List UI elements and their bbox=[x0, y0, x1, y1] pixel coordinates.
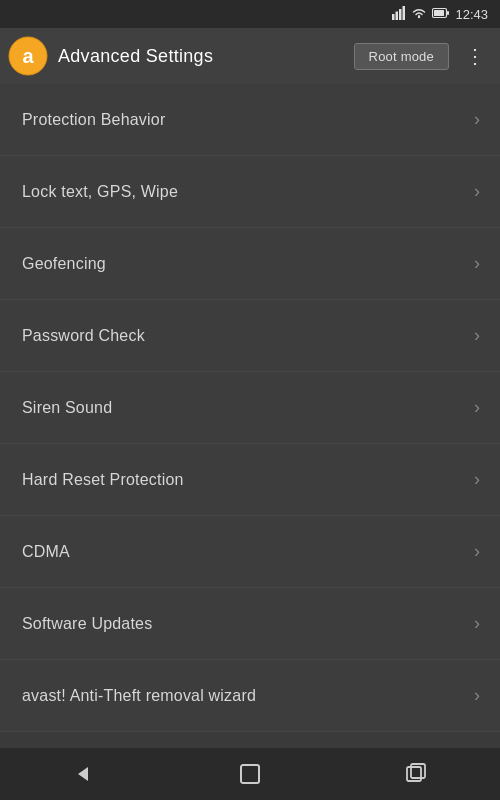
chevron-right-icon: › bbox=[474, 541, 480, 562]
menu-item[interactable]: avast! Anti-Theft removal wizard › bbox=[0, 660, 500, 732]
svg-rect-7 bbox=[447, 11, 449, 15]
svg-rect-11 bbox=[241, 765, 259, 783]
app-bar: a Advanced Settings Root mode ⋮ bbox=[0, 28, 500, 84]
status-time: 12:43 bbox=[455, 7, 488, 22]
battery-icon bbox=[432, 7, 450, 22]
menu-item-label: Geofencing bbox=[22, 255, 106, 273]
chevron-right-icon: › bbox=[474, 613, 480, 634]
menu-item[interactable]: Hard Reset Protection › bbox=[0, 444, 500, 516]
nav-recents-button[interactable] bbox=[382, 755, 452, 793]
wifi-icon bbox=[411, 7, 427, 22]
chevron-right-icon: › bbox=[474, 469, 480, 490]
svg-rect-3 bbox=[403, 6, 406, 20]
app-title: Advanced Settings bbox=[58, 46, 344, 67]
chevron-right-icon: › bbox=[474, 109, 480, 130]
chevron-right-icon: › bbox=[474, 325, 480, 346]
menu-item-label: Software Updates bbox=[22, 615, 152, 633]
menu-item-label: Protection Behavior bbox=[22, 111, 165, 129]
menu-item[interactable]: Password Check › bbox=[0, 300, 500, 372]
menu-item-label: Lock text, GPS, Wipe bbox=[22, 183, 178, 201]
root-mode-button[interactable]: Root mode bbox=[354, 43, 449, 70]
svg-rect-12 bbox=[407, 767, 421, 781]
chevron-right-icon: › bbox=[474, 253, 480, 274]
svg-rect-2 bbox=[399, 9, 402, 20]
svg-rect-6 bbox=[434, 10, 444, 16]
app-logo: a bbox=[8, 36, 48, 76]
nav-home-button[interactable] bbox=[215, 755, 285, 793]
svg-rect-13 bbox=[411, 764, 425, 778]
menu-item[interactable]: CDMA › bbox=[0, 516, 500, 588]
menu-item-label: CDMA bbox=[22, 543, 70, 561]
menu-item-label: Password Check bbox=[22, 327, 145, 345]
menu-item[interactable]: Siren Sound › bbox=[0, 372, 500, 444]
more-options-icon[interactable]: ⋮ bbox=[459, 44, 492, 68]
menu-list: Protection Behavior › Lock text, GPS, Wi… bbox=[0, 84, 500, 732]
chevron-right-icon: › bbox=[474, 685, 480, 706]
svg-marker-10 bbox=[78, 767, 88, 781]
nav-back-button[interactable] bbox=[48, 755, 118, 793]
status-icons: 12:43 bbox=[392, 6, 488, 23]
chevron-right-icon: › bbox=[474, 181, 480, 202]
svg-rect-1 bbox=[396, 11, 399, 20]
chevron-right-icon: › bbox=[474, 397, 480, 418]
signal-icon bbox=[392, 6, 406, 23]
svg-rect-0 bbox=[392, 14, 395, 20]
menu-item[interactable]: Geofencing › bbox=[0, 228, 500, 300]
menu-item[interactable]: Protection Behavior › bbox=[0, 84, 500, 156]
menu-item-label: Siren Sound bbox=[22, 399, 112, 417]
menu-item[interactable]: Software Updates › bbox=[0, 588, 500, 660]
svg-text:a: a bbox=[22, 45, 34, 67]
menu-item[interactable]: Lock text, GPS, Wipe › bbox=[0, 156, 500, 228]
menu-item-label: Hard Reset Protection bbox=[22, 471, 184, 489]
menu-item-label: avast! Anti-Theft removal wizard bbox=[22, 687, 256, 705]
svg-point-4 bbox=[418, 15, 420, 17]
status-bar: 12:43 bbox=[0, 0, 500, 28]
nav-bar bbox=[0, 748, 500, 800]
